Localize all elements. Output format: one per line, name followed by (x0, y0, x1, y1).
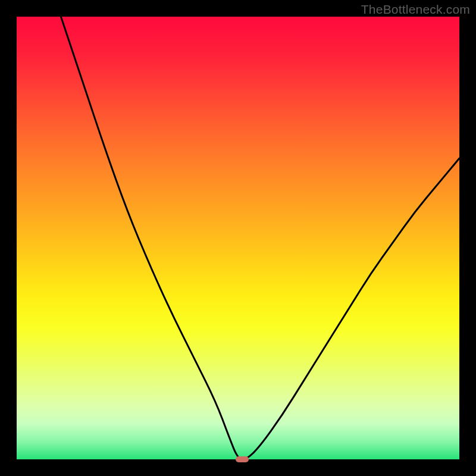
bottleneck-curve (17, 17, 459, 459)
watermark-text: TheBottleneck.com (361, 2, 470, 17)
optimal-point-marker (236, 456, 249, 462)
curve-path (61, 17, 459, 459)
plot-area (17, 17, 459, 459)
